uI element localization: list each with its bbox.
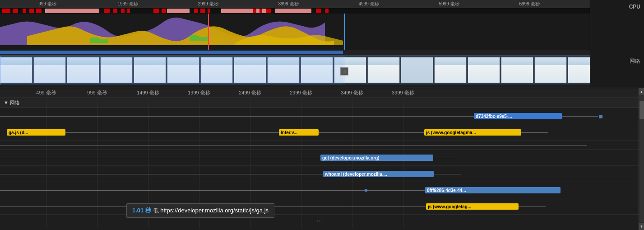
scrollbar-right[interactable]: ▲ ▼ — [639, 88, 644, 230]
main-tick-3999: 3999 毫秒 — [392, 89, 414, 96]
tick-2999: 2999 毫秒 — [198, 1, 218, 7]
tick-3999: 3999 毫秒 — [278, 1, 298, 7]
network-row-tooltip-area — [0, 141, 639, 150]
marker-red-11 — [162, 9, 166, 13]
network-rows: d7342fbc-e9e5-... ga.js (d... Inter.v...… — [0, 108, 639, 215]
cpu-chart-svg — [0, 14, 590, 50]
network-row-3: get (developer.mozilla.org) — [0, 150, 639, 166]
h-line-row2 — [0, 145, 587, 146]
marker-red-13 — [200, 9, 205, 13]
h-line-row6-right — [519, 207, 546, 207]
screenshots-strip: ⏸ — [0, 55, 590, 84]
tooltip: 1.01 秒 低 https://developer.mozilla.org/s… — [126, 203, 274, 218]
scrollbar-track — [639, 96, 644, 222]
selection-line-blue — [344, 14, 345, 50]
request-bar-get-mozilla[interactable]: get (developer.mozilla.org) — [320, 155, 433, 161]
main-tick-3499: 3499 毫秒 — [341, 89, 363, 96]
main-tick-1999: 1999 毫秒 — [188, 89, 210, 96]
cpu-label-area: CPU — [590, 0, 644, 54]
screenshot-17 — [568, 57, 590, 83]
more-indicator: ... — [0, 215, 639, 223]
time-ruler-top: 999 毫秒 1999 毫秒 2999 毫秒 3999 毫秒 4999 毫秒 5… — [0, 0, 590, 8]
network-section-label: ▼ 网络 — [4, 99, 20, 106]
h-line-row0-left — [0, 116, 474, 117]
network-section: ▼ 网络 d7342fbc-e9e5-... — [0, 98, 639, 215]
selection-overlay — [0, 56, 344, 84]
h-line-row1-end — [521, 132, 548, 133]
markers-row — [0, 8, 590, 14]
network-row-1: ga.js (d... Inter.v... js (www.googletag… — [0, 124, 639, 141]
h-line-row5-left — [0, 190, 425, 191]
tick-999: 999 毫秒 — [38, 1, 56, 7]
h-line-row4-right — [434, 174, 461, 174]
network-row-5: 0fff9286-4d3e-44... — [0, 182, 639, 198]
screenshot-15 — [501, 57, 533, 83]
network-header: ▼ 网络 — [0, 98, 639, 108]
network-label: 网络 — [630, 57, 640, 65]
marker-red-16 — [259, 9, 262, 13]
overview-panel: 999 毫秒 1999 毫秒 2999 毫秒 3999 毫秒 4999 毫秒 5… — [0, 0, 644, 88]
marker-red-18 — [316, 9, 321, 13]
marker-red-8 — [121, 9, 125, 13]
request-bar-d7342[interactable]: d7342fbc-e9e5-... — [474, 113, 562, 119]
h-line-row3-right — [433, 158, 460, 158]
timeline-panel: 499 毫秒 999 毫秒 1499 毫秒 1999 毫秒 2499 毫秒 29… — [0, 88, 644, 230]
network-bar-overview — [0, 50, 590, 55]
marker-pink-4 — [275, 9, 311, 13]
cpu-label: CPU — [629, 4, 640, 10]
request-bar-interv[interactable]: Inter.v... — [279, 129, 319, 136]
marker-red-17 — [266, 9, 271, 13]
request-bar-whoami[interactable]: whoami (developer.mozilla.... — [323, 171, 434, 177]
timeline-content: 499 毫秒 999 毫秒 1499 毫秒 1999 毫秒 2499 毫秒 29… — [0, 88, 639, 230]
main-tick-2499: 2499 毫秒 — [239, 89, 261, 96]
tick-1999: 1999 毫秒 — [117, 1, 138, 7]
screenshot-11 — [367, 57, 400, 83]
main-tick-1499: 1499 毫秒 — [137, 89, 159, 96]
marker-pink-2 — [167, 9, 190, 13]
marker-red-15 — [253, 9, 256, 13]
marker-red-19 — [325, 9, 329, 13]
marker-red-1 — [2, 9, 10, 13]
selection-line-red — [208, 14, 209, 50]
time-ruler-main: 499 毫秒 999 毫秒 1499 毫秒 1999 毫秒 2499 毫秒 29… — [0, 88, 639, 98]
more-dots: ... — [317, 216, 322, 223]
marker-red-2 — [13, 9, 18, 13]
marker-pink-1 — [45, 9, 99, 13]
right-panel: CPU 网络 — [590, 0, 644, 88]
screenshot-13 — [434, 57, 467, 83]
h-line-row4-left — [0, 174, 323, 174]
marker-red-9 — [127, 9, 130, 13]
h-line-row1-mid — [65, 132, 279, 133]
request-bar-gajs[interactable]: ga.js (d... — [7, 129, 65, 136]
scrollbar-down-button[interactable]: ▼ — [639, 223, 644, 230]
h-line-row1-right — [319, 132, 424, 133]
scrollbar-up-button[interactable]: ▲ — [639, 88, 644, 95]
screenshot-12 — [401, 57, 433, 83]
request-bar-js-googletagma[interactable]: js (www.googletagma... — [424, 129, 521, 136]
marker-red-12 — [194, 9, 198, 13]
network-row-6: js (www.googletag... — [0, 198, 639, 215]
tick-6999: 6999 毫秒 — [519, 1, 539, 7]
marker-red-10 — [153, 9, 159, 13]
main-tick-2999: 2999 毫秒 — [290, 89, 312, 96]
blue-marker-row5 — [365, 189, 367, 192]
network-row-4: whoami (developer.mozilla.... — [0, 166, 639, 182]
request-bar-0fff[interactable]: 0fff9286-4d3e-44... — [425, 187, 561, 193]
marker-red-5 — [36, 9, 42, 13]
blue-marker-row0 — [599, 115, 602, 118]
overview-main: 999 毫秒 1999 毫秒 2999 毫秒 3999 毫秒 4999 毫秒 5… — [0, 0, 590, 88]
network-bar-fill — [0, 51, 343, 54]
screenshot-14 — [468, 57, 500, 83]
marker-red-6 — [104, 9, 110, 13]
scrollbar-thumb[interactable] — [639, 101, 644, 119]
marker-red-4 — [29, 9, 34, 13]
pause-button[interactable]: ⏸ — [340, 67, 348, 75]
cpu-chart — [0, 14, 590, 50]
network-row-0: d7342fbc-e9e5-... — [0, 108, 639, 124]
main-tick-499: 499 毫秒 — [36, 89, 56, 96]
screenshot-16 — [534, 57, 567, 83]
h-line-row0-right — [562, 116, 598, 117]
marker-red-14 — [208, 9, 210, 13]
request-bar-js-googletag[interactable]: js (www.googletag... — [426, 203, 519, 210]
h-line-row3-left — [0, 158, 320, 158]
